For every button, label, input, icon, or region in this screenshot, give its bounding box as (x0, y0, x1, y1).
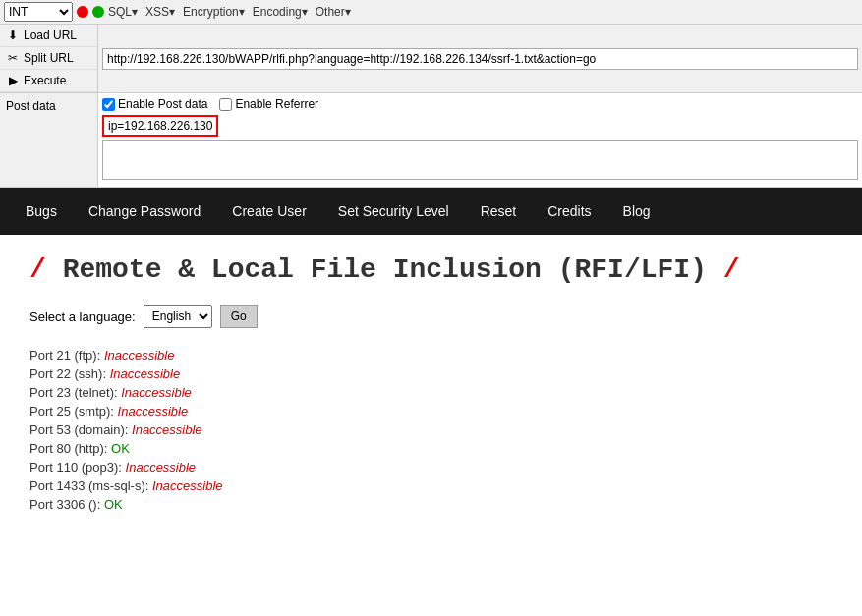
port-label: Port 23 (telnet): (29, 385, 121, 400)
execute-label: Execute (24, 74, 66, 87)
language-row: Select a language: English Go (29, 305, 833, 328)
port-status: Inaccessible (126, 460, 197, 475)
port-list-item: Port 53 (domain): Inaccessible (29, 422, 833, 437)
post-data-area: Post data Enable Post data Enable Referr… (0, 93, 862, 188)
nav-create-user[interactable]: Create User (216, 188, 321, 235)
port-status: Inaccessible (121, 385, 192, 400)
port-status: Inaccessible (110, 366, 181, 381)
nav-credits[interactable]: Credits (532, 188, 606, 235)
port-status: OK (104, 497, 123, 512)
split-url-label: Split URL (24, 51, 74, 65)
port-status: Inaccessible (132, 422, 202, 437)
post-textarea[interactable] (102, 140, 858, 180)
url-bar-container: ⬇ Load URL ✂ Split URL ▶ Execute (0, 25, 862, 93)
xss-menu[interactable]: XSS▾ (145, 5, 175, 19)
nav-bugs[interactable]: Bugs (10, 188, 73, 235)
port-list-item: Port 80 (http): OK (29, 441, 833, 456)
slash-right: / (723, 254, 740, 285)
red-dot-icon (77, 6, 88, 18)
post-input-highlighted: ip=192.168.226.130 (102, 115, 218, 137)
int-select[interactable]: INT (4, 2, 73, 22)
port-label: Port 110 (pop3): (29, 460, 126, 475)
port-list-item: Port 25 (smtp): Inaccessible (29, 404, 833, 419)
port-list-item: Port 3306 (): OK (29, 497, 833, 512)
port-status: Inaccessible (118, 404, 189, 419)
main-content: / Remote & Local File Inclusion (RFI/LFI… (0, 235, 862, 532)
port-label: Port 3306 (): (29, 497, 104, 512)
enable-referrer-checkbox-label[interactable]: Enable Referrer (219, 97, 318, 111)
nav-change-password[interactable]: Change Password (73, 188, 216, 235)
nav-blog[interactable]: Blog (607, 188, 666, 235)
load-url-label: Load URL (24, 28, 77, 42)
enable-referrer-checkbox[interactable] (219, 98, 232, 111)
title-text: Remote & Local File Inclusion (RFI/LFI) (63, 254, 723, 285)
other-menu[interactable]: Other▾ (316, 5, 351, 19)
port-list-item: Port 21 (ftp): Inaccessible (29, 348, 833, 363)
port-list-item: Port 110 (pop3): Inaccessible (29, 460, 833, 475)
execute-button[interactable]: ▶ Execute (0, 70, 97, 92)
load-url-icon: ⬇ (6, 28, 20, 42)
toolbar: INT SQL▾ XSS▾ Encryption▾ Encoding▾ Othe… (0, 0, 862, 25)
enable-referrer-label: Enable Referrer (235, 97, 318, 111)
sql-menu[interactable]: SQL▾ (108, 5, 138, 19)
post-data-content: Enable Post data Enable Referrer ip=192.… (98, 93, 862, 187)
enable-post-label: Enable Post data (118, 97, 207, 111)
left-panel: ⬇ Load URL ✂ Split URL ▶ Execute (0, 25, 98, 92)
split-url-button[interactable]: ✂ Split URL (0, 47, 97, 70)
port-label: Port 80 (http): (29, 441, 111, 456)
port-label: Port 22 (ssh): (29, 366, 110, 381)
port-label: Port 53 (domain): (29, 422, 132, 437)
language-select[interactable]: English (144, 305, 212, 328)
port-list-item: Port 22 (ssh): Inaccessible (29, 366, 833, 381)
port-label: Port 25 (smtp): (29, 404, 118, 419)
slash-left: / (29, 254, 46, 285)
execute-icon: ▶ (6, 74, 20, 87)
toolbar-menu: SQL▾ XSS▾ Encryption▾ Encoding▾ Other▾ (108, 5, 351, 19)
nav-reset[interactable]: Reset (465, 188, 533, 235)
page-title: / Remote & Local File Inclusion (RFI/LFI… (29, 254, 833, 285)
encoding-menu[interactable]: Encoding▾ (253, 5, 308, 19)
split-url-icon: ✂ (6, 51, 20, 65)
go-button[interactable]: Go (220, 305, 258, 328)
port-status: Inaccessible (152, 478, 223, 493)
url-input-area (98, 44, 862, 74)
port-status: Inaccessible (104, 348, 175, 363)
enable-post-checkbox-label[interactable]: Enable Post data (102, 97, 207, 111)
port-list: Port 21 (ftp): InaccessiblePort 22 (ssh)… (29, 348, 833, 512)
language-label: Select a language: (29, 309, 136, 324)
port-label: Port 1433 (ms-sql-s): (29, 478, 152, 493)
load-url-button[interactable]: ⬇ Load URL (0, 25, 97, 47)
checkboxes-row: Enable Post data Enable Referrer (102, 97, 858, 111)
nav-bar: Bugs Change Password Create User Set Sec… (0, 188, 862, 235)
port-label: Port 21 (ftp): (29, 348, 104, 363)
port-status: OK (111, 441, 130, 456)
url-input[interactable] (102, 48, 858, 70)
port-list-item: Port 1433 (ms-sql-s): Inaccessible (29, 478, 833, 493)
enable-post-checkbox[interactable] (102, 98, 115, 111)
port-list-item: Port 23 (telnet): Inaccessible (29, 385, 833, 400)
green-dot-icon (92, 6, 104, 18)
post-data-label: Post data (0, 93, 98, 187)
encryption-menu[interactable]: Encryption▾ (183, 5, 245, 19)
nav-set-security-level[interactable]: Set Security Level (322, 188, 465, 235)
